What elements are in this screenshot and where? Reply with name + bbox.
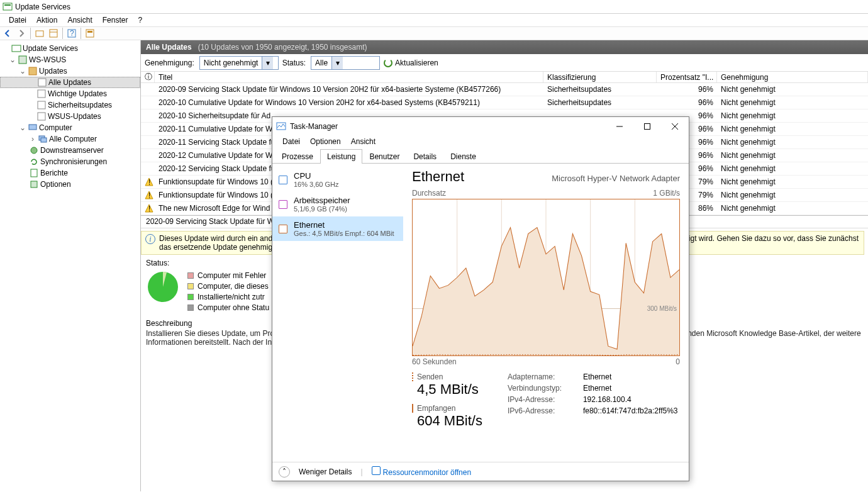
menu-fenster[interactable]: Fenster [97, 14, 133, 26]
x-right-label: 0 [676, 357, 680, 366]
tm-menu-ansicht[interactable]: Ansicht [346, 136, 381, 148]
perf-sidebar[interactable]: CPU16% 3,60 GHzArbeitsspeicher5,1/6,9 GB… [272, 164, 403, 462]
tm-icon [276, 121, 286, 131]
content-summary: (10 Updates von 1950 angezeigt, 1950 ins… [198, 43, 367, 52]
svg-rect-14 [38, 101, 45, 109]
close-button[interactable] [661, 117, 689, 136]
refresh-button[interactable]: Aktualisieren [384, 59, 438, 67]
perf-item-arbeitsspeicher[interactable]: Arbeitsspeicher5,1/6,9 GB (74%) [272, 192, 403, 216]
nav-back-button[interactable] [1, 27, 14, 40]
tab-dienste[interactable]: Dienste [443, 149, 483, 164]
svg-text:!: ! [148, 204, 150, 213]
toolbar-help-button[interactable]: ? [65, 27, 78, 40]
col-title[interactable]: Titel [155, 72, 543, 82]
col-icon[interactable]: ⓘ [141, 72, 155, 82]
approval-label: Genehmigung: [145, 59, 194, 67]
options-icon [29, 179, 39, 189]
menu-aktion[interactable]: Aktion [31, 14, 62, 26]
svg-text:!: ! [148, 178, 150, 186]
chevron-down-icon[interactable]: ⌄ [19, 123, 26, 132]
tree-important-updates[interactable]: Wichtige Updates [0, 88, 140, 99]
menu-help[interactable]: ? [133, 14, 147, 26]
label: Downstreamserver [40, 146, 104, 155]
tree-computer[interactable]: ⌄Computer [0, 122, 140, 133]
chevron-down-icon[interactable]: ⌄ [9, 55, 16, 64]
y-axis-label: Durchsatz [412, 189, 446, 198]
content-title: Alle Updates [146, 43, 192, 52]
tab-details[interactable]: Details [406, 149, 443, 164]
menu-datei[interactable]: Datei [4, 14, 31, 26]
resource-monitor-icon [372, 466, 381, 475]
col-approval[interactable]: Genehmigung [717, 72, 868, 82]
tree-wsus-updates[interactable]: WSUS-Updates [0, 111, 140, 122]
toolbar-btn-3[interactable] [84, 27, 96, 40]
chevron-down-icon[interactable]: ⌄ [19, 67, 26, 75]
tab-benutzer[interactable]: Benutzer [362, 149, 406, 164]
tm-menu-optionen[interactable]: Optionen [305, 136, 346, 148]
resource-monitor-label[interactable]: Ressourcenmonitor öffnen [383, 468, 472, 477]
status-legend: Computer mit FehlerComputer, die diesesI… [187, 270, 269, 313]
tree-server-label: WS-WSUS [29, 55, 66, 64]
updates-icon [28, 66, 38, 76]
resource-monitor-link[interactable]: Ressourcenmonitor öffnen [372, 466, 472, 477]
approval-value: Nicht genehmigt [200, 59, 262, 67]
chevron-down-icon[interactable]: ▾ [331, 57, 343, 69]
legend-item: Computer ohne Statu [187, 302, 269, 313]
tab-leistung[interactable]: Leistung [320, 149, 362, 164]
svg-rect-18 [41, 138, 47, 142]
svg-rect-9 [12, 45, 21, 52]
status-combo[interactable]: Alle▾ [311, 56, 380, 70]
tree-reports[interactable]: Berichte [0, 167, 140, 179]
svg-rect-20 [31, 169, 37, 177]
tree-all-updates[interactable]: Alle Updates [0, 77, 140, 88]
table-row[interactable]: 2020-10 Cumulative Update for Windows 10… [141, 96, 868, 109]
tree-security-updates[interactable]: Sicherheitsupdates [0, 99, 140, 111]
minimize-button[interactable] [606, 117, 633, 136]
tab-prozesse[interactable]: Prozesse [275, 149, 320, 164]
x-left-label: 60 Sekunden [412, 357, 457, 366]
tm-tabs: Prozesse Leistung Benutzer Details Diens… [272, 148, 689, 164]
approval-combo[interactable]: Nicht genehmigt▾ [199, 56, 279, 70]
sync-icon [29, 157, 39, 167]
tree-all-computers[interactable]: ›Alle Computer [0, 133, 140, 145]
list-icon [36, 111, 47, 121]
table-row[interactable]: 2020-09 Servicing Stack Update für Windo… [141, 83, 868, 96]
col-class[interactable]: Klassifizierung [543, 72, 657, 82]
chevron-down-icon[interactable]: ▾ [262, 57, 273, 69]
menu-ansicht[interactable]: Ansicht [62, 14, 97, 26]
fewer-details-link[interactable]: Weniger Details [299, 467, 352, 476]
tree-root[interactable]: Update Services [0, 43, 140, 54]
y-max-label: 1 GBit/s [653, 189, 680, 198]
tree-sync[interactable]: Synchronisierungen [0, 156, 140, 167]
tree-options[interactable]: Optionen [0, 179, 140, 190]
tree-downstream[interactable]: Downstreamserver [0, 145, 140, 156]
tree-server[interactable]: ⌄WS-WSUS [0, 54, 140, 65]
nav-forward-button[interactable] [15, 27, 28, 40]
net-row: IPv6-Adresse:fe80::614f:747d:fb2a:2ff5%3 [508, 406, 678, 418]
svg-rect-21 [31, 181, 37, 187]
svg-rect-29 [277, 123, 286, 130]
throughput-chart[interactable]: 300 MBit/s [412, 199, 680, 356]
tm-menu-datei[interactable]: Datei [277, 136, 305, 148]
toolbar-btn-1[interactable] [33, 27, 46, 40]
tree-updates[interactable]: ⌄Updates [0, 65, 140, 77]
legend-item: Computer mit Fehler [187, 270, 269, 281]
chevron-up-icon[interactable]: ˄ [279, 466, 290, 478]
svg-rect-15 [38, 113, 45, 120]
col-pct[interactable]: Prozentsatz "I... [657, 72, 717, 82]
recv-label: Empfangen [412, 404, 482, 413]
tm-titlebar[interactable]: Task-Manager [272, 117, 689, 136]
toolbar-btn-2[interactable] [47, 27, 60, 40]
chevron-right-icon[interactable]: › [29, 135, 36, 143]
server-icon [18, 55, 28, 65]
content-header: Alle Updates (10 Updates von 1950 angeze… [141, 40, 868, 54]
nav-tree[interactable]: Update Services ⌄WS-WSUS ⌄Updates Alle U… [0, 40, 141, 491]
net-row: Verbindungstyp:Ethernet [508, 384, 678, 395]
tree-root-label: Update Services [23, 44, 78, 53]
svg-rect-0 [3, 3, 12, 10]
maximize-button[interactable] [633, 117, 661, 136]
perf-item-ethernet[interactable]: EthernetGes.: 4,5 MBit/s Empf.: 604 MBit [272, 216, 403, 241]
label: Optionen [40, 180, 71, 189]
perf-item-cpu[interactable]: CPU16% 3,60 GHz [272, 167, 403, 192]
task-manager-window[interactable]: Task-Manager Datei Optionen Ansicht Proz… [272, 116, 689, 481]
